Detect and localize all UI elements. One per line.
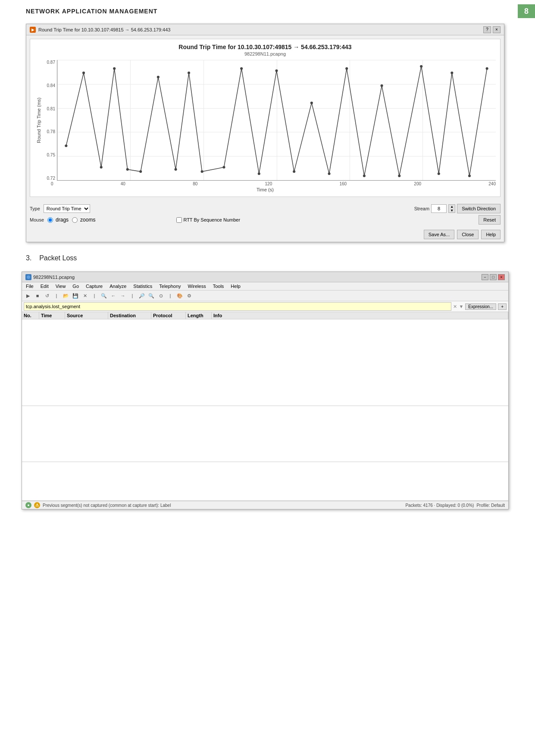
- ws-maximize-button[interactable]: □: [490, 274, 497, 280]
- rtt-drags-radio[interactable]: drags: [47, 217, 69, 223]
- ws-toolbar-separator2: |: [90, 291, 99, 300]
- svg-point-0: [65, 144, 67, 147]
- ws-menu-help[interactable]: Help: [229, 283, 242, 289]
- ws-toolbar-find[interactable]: 🔍: [100, 291, 108, 300]
- svg-point-3: [113, 67, 116, 70]
- rtt-titlebar-buttons: ? ×: [483, 26, 501, 33]
- ws-toolbar-save[interactable]: 💾: [71, 291, 80, 300]
- ws-menu-view[interactable]: View: [54, 283, 67, 289]
- rtt-zooms-radio-input[interactable]: [72, 217, 78, 223]
- ws-toolbar-close[interactable]: ✕: [81, 291, 89, 300]
- ws-titlebar-buttons: − □ ×: [482, 274, 505, 280]
- rtt-controls-row-1: Type Round Trip Time Stream ▲ ▼ Switch D…: [30, 204, 501, 213]
- rtt-rtt-by-seq-label[interactable]: RTT By Sequence Number: [176, 217, 240, 223]
- rtt-save-as-button[interactable]: Save As...: [424, 230, 455, 239]
- ws-menu-analyze[interactable]: Analyze: [108, 283, 128, 289]
- y-tick-3: 0.78: [47, 129, 55, 134]
- ws-toolbar-color[interactable]: 🎨: [175, 291, 184, 300]
- ws-toolbar-restart[interactable]: ↺: [43, 291, 51, 300]
- ws-minimize-button[interactable]: −: [482, 274, 488, 280]
- rtt-type-select[interactable]: Round Trip Time: [44, 204, 90, 213]
- ws-close-button[interactable]: ×: [498, 274, 505, 280]
- ws-filter-bar: ✕ ▼ Expression... +: [22, 301, 508, 312]
- ws-titlebar: 982298N11.pcapng − □ ×: [22, 272, 508, 282]
- rtt-close-dialog-button[interactable]: Close: [457, 230, 479, 239]
- ws-menu-telephony[interactable]: Telephony: [158, 283, 182, 289]
- ws-detail-area: [22, 406, 508, 462]
- ws-menu-statistics[interactable]: Statistics: [132, 283, 153, 289]
- rtt-stream-spin-down[interactable]: ▼: [449, 209, 455, 212]
- x-tick-1: 40: [121, 181, 125, 186]
- rtt-help-button[interactable]: ?: [483, 26, 491, 33]
- ws-toolbar: ▶ ■ ↺ | 📂 💾 ✕ | 🔍 ← → | 🔎 🔍 ⊙ | 🎨 ⚙: [22, 291, 508, 301]
- ws-toolbar-separator3: |: [128, 291, 137, 300]
- ws-col-source: Source: [65, 312, 108, 319]
- ws-status-warning-text: Previous segment(s) not captured (common…: [43, 503, 171, 508]
- ws-toolbar-separator1: |: [52, 291, 61, 300]
- rtt-stream-spin-up[interactable]: ▲: [449, 205, 455, 209]
- rtt-chart-title: Round Trip Time for 10.10.30.107:49815 →…: [34, 44, 496, 50]
- rtt-y-axis-ticks: 0.87 0.84 0.81 0.78 0.75 0.72: [41, 60, 57, 181]
- ws-col-time: Time: [39, 312, 65, 319]
- ws-statusbar: ● ⚠ Previous segment(s) not captured (co…: [22, 501, 508, 509]
- ws-toolbar-zoom-in[interactable]: 🔎: [138, 291, 146, 300]
- ws-menu-go[interactable]: Go: [71, 283, 80, 289]
- rtt-controls: Type Round Trip Time Stream ▲ ▼ Switch D…: [26, 200, 504, 228]
- ws-filter-input[interactable]: [24, 302, 451, 311]
- rtt-x-axis-labels: 0 40 80 120 160 200 240: [34, 181, 496, 186]
- ws-toolbar-prefs[interactable]: ⚙: [185, 291, 194, 300]
- svg-point-19: [381, 84, 383, 87]
- rtt-window: ▶ Round Trip Time for 10.10.30.107:49815…: [26, 24, 504, 242]
- ws-col-info: Info: [212, 312, 508, 319]
- svg-point-17: [345, 67, 348, 70]
- ws-menu-file[interactable]: File: [25, 283, 35, 289]
- rtt-zooms-label: zooms: [80, 217, 95, 223]
- rtt-stream-spinner: ▲ ▼: [448, 204, 455, 213]
- ws-menu-tools[interactable]: Tools: [212, 283, 225, 289]
- ws-toolbar-zoom-out[interactable]: 🔍: [147, 291, 156, 300]
- svg-point-25: [486, 67, 488, 70]
- rtt-y-axis-label: Round Trip Time (ms): [34, 60, 41, 181]
- ws-toolbar-open[interactable]: 📂: [62, 291, 70, 300]
- rtt-by-seq-checkbox[interactable]: [176, 217, 182, 223]
- ws-hex-area: [22, 462, 508, 501]
- page-badge: 8: [518, 4, 535, 18]
- rtt-drags-radio-input[interactable]: [47, 217, 53, 223]
- ws-toolbar-stop[interactable]: ■: [33, 291, 42, 300]
- rtt-line-chart: [57, 60, 496, 180]
- y-tick-4: 0.75: [47, 153, 55, 157]
- ws-toolbar-start[interactable]: ▶: [24, 291, 32, 300]
- ws-menu-wireless[interactable]: Wireless: [187, 283, 207, 289]
- svg-point-16: [328, 172, 330, 175]
- rtt-switch-direction-button[interactable]: Switch Direction: [457, 204, 501, 213]
- ws-packet-header: No. Time Source Destination Protocol Len…: [22, 312, 508, 319]
- rtt-stream-input[interactable]: [431, 204, 447, 213]
- ws-col-destination: Destination: [108, 312, 151, 319]
- rtt-zooms-radio[interactable]: zooms: [72, 217, 95, 223]
- rtt-close-button[interactable]: ×: [493, 26, 501, 33]
- y-tick-1: 0.84: [47, 83, 55, 88]
- svg-point-7: [175, 168, 177, 171]
- ws-titlebar-left: 982298N11.pcapng: [25, 274, 75, 280]
- svg-point-15: [310, 102, 313, 104]
- rtt-controls-row-2: Mouse drags zooms RTT By Sequence Number…: [30, 215, 501, 225]
- grid-h-5: [57, 180, 496, 181]
- ws-expression-button[interactable]: Expression...: [465, 303, 496, 310]
- ws-toolbar-zoom-normal[interactable]: ⊙: [156, 291, 165, 300]
- svg-point-4: [126, 168, 129, 171]
- rtt-chart-area: Round Trip Time for 10.10.30.107:49815 →…: [30, 39, 501, 197]
- ws-menu-capture[interactable]: Capture: [84, 283, 104, 289]
- svg-point-5: [139, 170, 142, 173]
- ws-add-filter-button[interactable]: +: [498, 303, 507, 310]
- rtt-reset-button[interactable]: Reset: [479, 215, 501, 225]
- rtt-mouse-label: Mouse: [30, 217, 44, 222]
- ws-packet-rows: [22, 319, 508, 406]
- rtt-by-seq-text: RTT By Sequence Number: [183, 217, 240, 222]
- ws-toolbar-go-fwd[interactable]: →: [119, 291, 127, 300]
- x-tick-2: 80: [193, 181, 197, 186]
- ws-col-length: Length: [186, 312, 212, 319]
- rtt-help-dialog-button[interactable]: Help: [481, 230, 501, 239]
- ws-menu-edit[interactable]: Edit: [39, 283, 50, 289]
- ws-toolbar-go-back[interactable]: ←: [109, 291, 118, 300]
- rtt-plot-area[interactable]: [57, 60, 496, 181]
